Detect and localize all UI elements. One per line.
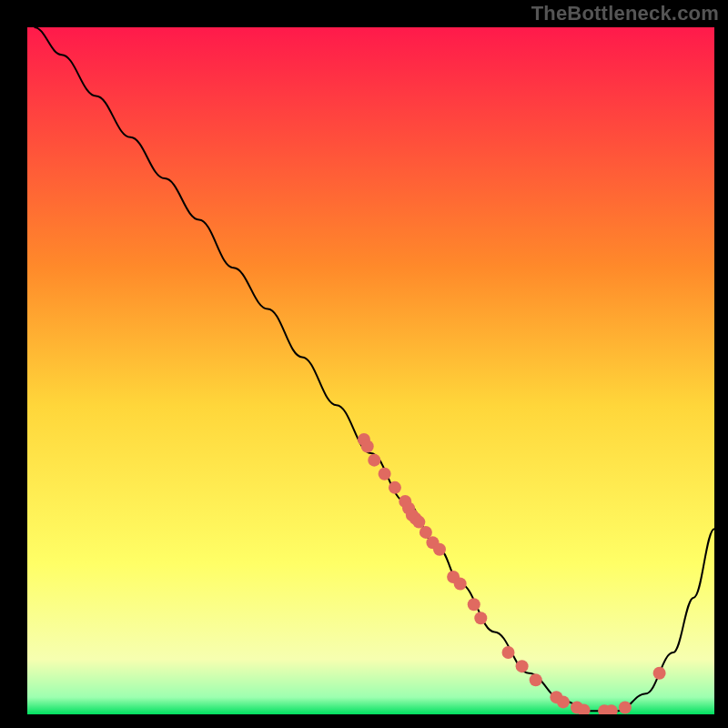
data-marker: [454, 578, 467, 591]
chart-container: TheBottleneck.com: [0, 0, 728, 728]
plot-background: [27, 27, 714, 714]
data-marker: [516, 660, 529, 672]
data-marker: [474, 612, 487, 624]
data-marker: [389, 481, 401, 494]
data-marker: [379, 468, 391, 480]
data-marker: [578, 703, 591, 716]
data-marker: [433, 543, 446, 556]
data-marker: [653, 667, 666, 680]
data-marker: [361, 440, 374, 453]
data-marker: [605, 704, 618, 717]
data-marker: [557, 695, 570, 708]
data-marker: [502, 646, 515, 659]
data-marker: [368, 454, 380, 467]
data-marker: [619, 701, 632, 713]
data-marker: [468, 598, 480, 611]
bottleneck-chart: [0, 0, 728, 728]
data-marker: [530, 673, 542, 686]
